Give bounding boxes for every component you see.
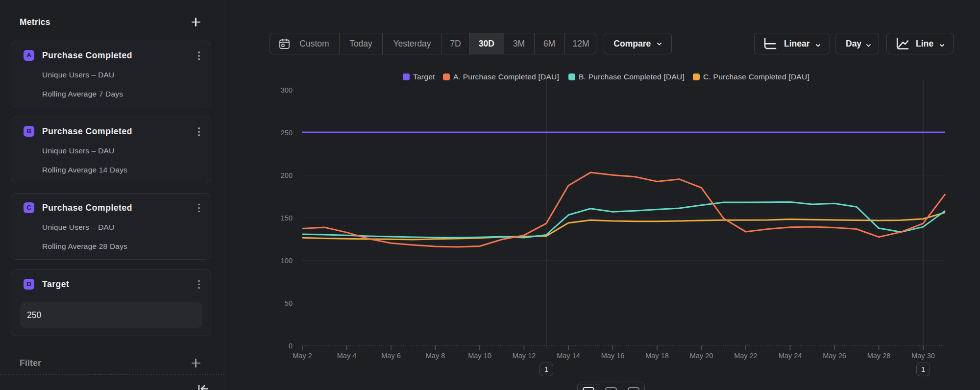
svg-text:300: 300 [281, 86, 293, 94]
svg-text:May 12: May 12 [513, 352, 536, 360]
svg-text:May 2: May 2 [293, 352, 312, 360]
svg-text:May 10: May 10 [468, 352, 491, 360]
svg-text:May 18: May 18 [645, 352, 669, 360]
svg-text:May 8: May 8 [426, 352, 445, 360]
svg-text:May 28: May 28 [867, 352, 891, 360]
svg-text:250: 250 [281, 129, 293, 137]
svg-text:May 30: May 30 [911, 352, 935, 360]
svg-text:May 20: May 20 [690, 352, 713, 360]
svg-text:0: 0 [289, 342, 293, 350]
svg-text:May 22: May 22 [734, 352, 758, 360]
svg-text:150: 150 [281, 214, 293, 222]
svg-text:May 6: May 6 [381, 352, 401, 360]
svg-text:May 16: May 16 [601, 352, 625, 360]
svg-text:May 24: May 24 [779, 352, 802, 360]
svg-text:May 4: May 4 [337, 352, 357, 360]
svg-text:May 14: May 14 [557, 352, 580, 360]
svg-text:50: 50 [285, 299, 293, 307]
svg-text:May 26: May 26 [823, 352, 846, 360]
svg-text:200: 200 [281, 171, 293, 179]
svg-text:100: 100 [281, 257, 293, 265]
